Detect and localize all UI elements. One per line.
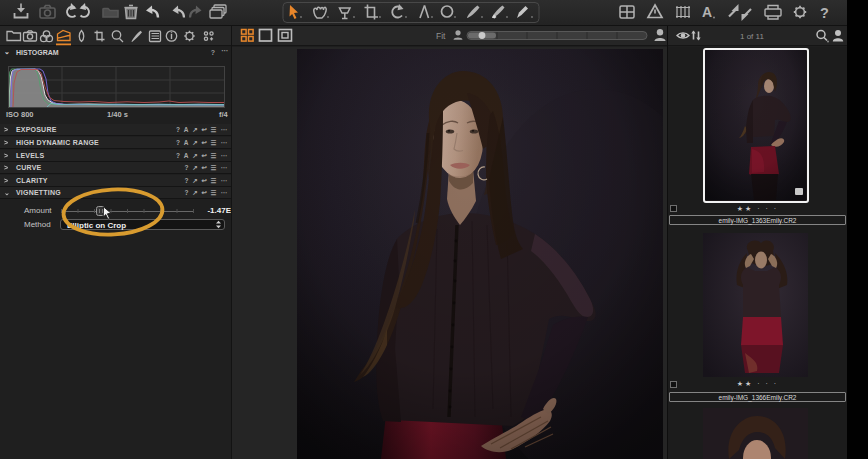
svg-text:Fit: Fit (436, 31, 446, 41)
svg-text:?: ? (820, 5, 829, 21)
svg-text:A: A (702, 4, 712, 20)
svg-text:1 of 11: 1 of 11 (740, 32, 764, 41)
